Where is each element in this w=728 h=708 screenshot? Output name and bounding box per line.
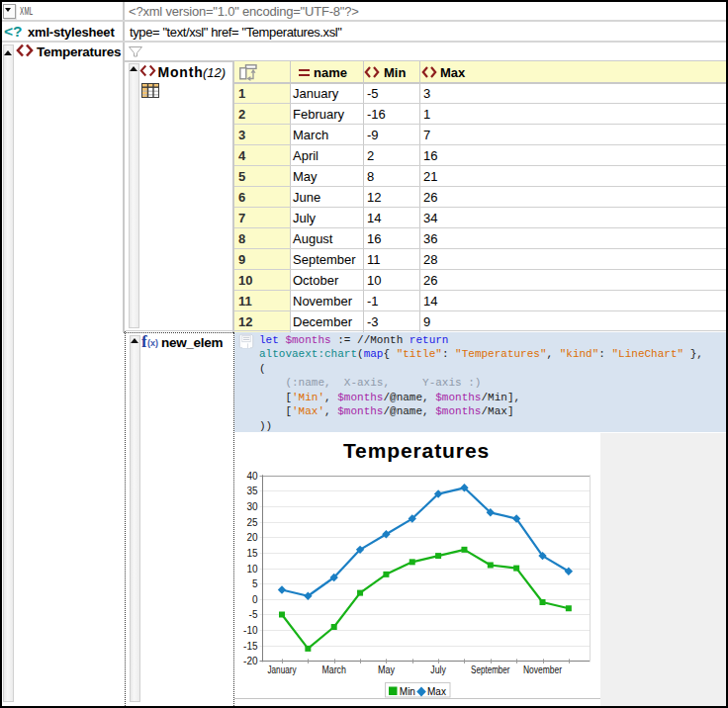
svg-text:25: 25: [246, 517, 258, 528]
svg-text:September: September: [471, 664, 510, 675]
svg-text:January: January: [268, 664, 297, 675]
svg-text:-10: -10: [243, 625, 258, 636]
svg-text:30: 30: [246, 501, 258, 512]
svg-text:15: 15: [246, 548, 258, 559]
svg-text:July: July: [430, 664, 446, 675]
svg-text:Min: Min: [400, 686, 415, 697]
svg-text:-5: -5: [249, 609, 258, 620]
svg-text:40: 40: [246, 471, 258, 482]
svg-text:20: 20: [246, 532, 258, 543]
svg-text:-15: -15: [243, 641, 258, 652]
svg-text:November: November: [523, 664, 563, 675]
svg-text:10: 10: [246, 564, 258, 575]
svg-text:0: 0: [252, 594, 258, 605]
svg-text:35: 35: [246, 486, 258, 496]
svg-text:March: March: [321, 664, 346, 675]
svg-text:5: 5: [252, 578, 258, 589]
svg-text:-20: -20: [243, 656, 258, 666]
svg-text:Temperatures: Temperatures: [343, 439, 490, 462]
svg-text:May: May: [378, 664, 395, 675]
svg-text:Max: Max: [427, 686, 446, 697]
